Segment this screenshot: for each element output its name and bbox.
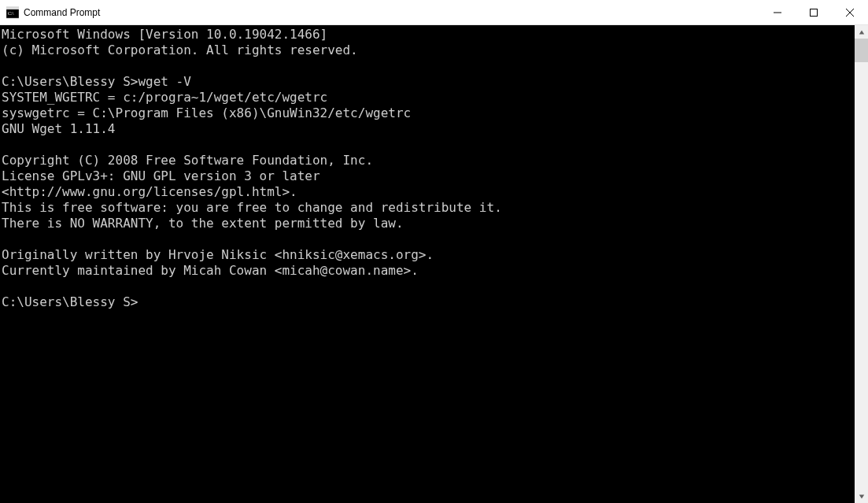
terminal-output[interactable]: Microsoft Windows [Version 10.0.19042.14…	[0, 25, 855, 503]
svg-marker-7	[859, 30, 863, 34]
svg-rect-1	[6, 7, 19, 9]
scroll-thumb[interactable]	[855, 39, 868, 62]
scroll-down-button[interactable]	[855, 490, 868, 503]
minimize-button[interactable]	[759, 0, 796, 24]
vertical-scrollbar[interactable]	[855, 25, 868, 503]
window-controls	[759, 0, 868, 24]
window-title: Command Prompt	[24, 7, 100, 18]
titlebar[interactable]: C:\ Command Prompt	[0, 0, 868, 25]
svg-marker-8	[859, 494, 863, 498]
close-button[interactable]	[832, 0, 868, 24]
app-icon: C:\	[6, 6, 19, 19]
scroll-track[interactable]	[855, 39, 868, 490]
scroll-up-button[interactable]	[855, 25, 868, 39]
content-area: Microsoft Windows [Version 10.0.19042.14…	[0, 25, 868, 503]
maximize-button[interactable]	[796, 0, 832, 24]
svg-rect-4	[811, 9, 818, 16]
svg-text:C:\: C:\	[8, 11, 14, 16]
